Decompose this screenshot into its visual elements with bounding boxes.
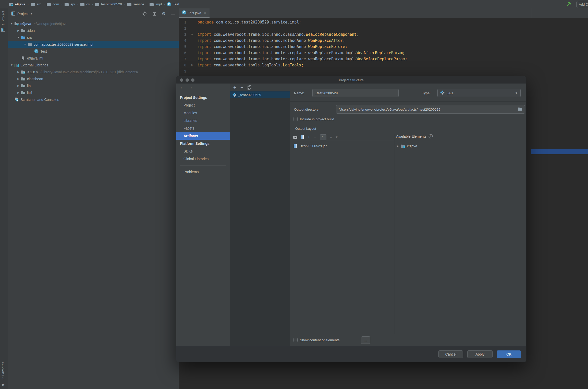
tool-window-icon[interactable]: [1, 28, 5, 33]
breadcrumb-service[interactable]: service: [127, 2, 144, 6]
sort-alphabetically-icon[interactable]: az: [320, 134, 326, 140]
close-window-dot[interactable]: [180, 78, 183, 82]
fold-marker-icon[interactable]: ⊖: [186, 31, 198, 38]
forward-icon[interactable]: →: [189, 85, 193, 89]
include-in-build-checkbox[interactable]: [293, 117, 298, 121]
remove-element-icon[interactable]: −: [314, 135, 317, 139]
tree-item-com-api-cs-test20200529-service-impl[interactable]: ▼com.api.cs.test20200529.service.impl: [8, 41, 179, 48]
type-label: Type:: [422, 91, 431, 95]
tree-item-lib1[interactable]: ▶lib1: [8, 89, 179, 96]
tree-collapsed-icon[interactable]: ▶: [397, 145, 399, 147]
hide-panel-icon[interactable]: —: [171, 12, 175, 16]
dialog-title-bar[interactable]: Project Structure: [176, 76, 526, 84]
tab-test-java[interactable]: C Test.java ×: [179, 8, 210, 18]
breadcrumb-impl[interactable]: impl: [149, 2, 162, 6]
tree-item-idea[interactable]: ▶.idea: [8, 27, 179, 34]
name-input[interactable]: _test20200529: [312, 89, 399, 97]
code-line-2: 2: [179, 25, 588, 31]
breadcrumb-com[interactable]: com: [46, 2, 59, 6]
nav-item-libraries[interactable]: Libraries: [176, 117, 230, 124]
tree-item-e9java[interactable]: ▼e9java~/work/project/e9java: [8, 20, 179, 27]
nav-divider: [180, 165, 226, 166]
jdk-folder-icon: [21, 70, 27, 74]
tree-item-lib[interactable]: ▶lib: [8, 82, 179, 89]
tree-expanded-icon[interactable]: ▼: [9, 64, 14, 66]
breadcrumb-src[interactable]: src: [31, 2, 41, 6]
more-options-button[interactable]: ...: [361, 336, 370, 344]
tree-expanded-icon[interactable]: ▼: [22, 43, 28, 46]
nav-header-project-settings: Project Settings: [176, 94, 230, 101]
nav-item-artifacts[interactable]: Artifacts: [176, 132, 230, 140]
help-icon[interactable]: ?: [428, 134, 433, 138]
output-directory-input[interactable]: /Users/daiyingfeng/work/project/e9java/o…: [336, 105, 525, 114]
tree-collapsed-icon[interactable]: ▶: [16, 29, 21, 32]
collapse-all-icon[interactable]: [152, 11, 157, 16]
create-archive-icon[interactable]: [301, 135, 304, 139]
add-directory-icon[interactable]: [293, 135, 298, 139]
tree-collapsed-icon[interactable]: ▶: [16, 91, 21, 94]
zoom-window-dot[interactable]: [191, 78, 194, 82]
gear-icon[interactable]: ⚙: [162, 12, 166, 16]
nav-item-problems[interactable]: Problems: [176, 168, 230, 176]
tree-collapsed-icon[interactable]: ▶: [16, 77, 21, 80]
minimize-window-dot[interactable]: [186, 78, 189, 82]
background-selection-bar: [531, 149, 588, 154]
folder-icon: [149, 2, 154, 6]
tree-collapsed-icon[interactable]: ▶: [16, 84, 21, 87]
include-in-build-label: Include in project build: [300, 117, 334, 121]
close-icon[interactable]: ×: [204, 11, 206, 15]
breadcrumb-e9java[interactable]: e9java: [9, 2, 25, 6]
cancel-button[interactable]: Cancel: [438, 350, 463, 358]
type-select[interactable]: JAR ▼: [437, 89, 521, 97]
available-item-e9java[interactable]: ▶e9java: [397, 143, 417, 149]
breadcrumb-api[interactable]: api: [64, 2, 75, 6]
show-content-label: Show content of elements: [300, 338, 339, 342]
tree-item-1-8[interactable]: ▶< 1.8 >/Library/Java/JavaVirtualMachine…: [8, 68, 179, 75]
nav-item-facets[interactable]: Facets: [176, 124, 230, 132]
back-icon[interactable]: ←: [180, 85, 184, 89]
tree-item-src[interactable]: ▼src: [8, 34, 179, 41]
move-up-icon[interactable]: ▲: [329, 136, 333, 139]
breadcrumb-cs[interactable]: cs: [80, 2, 90, 6]
svg-text:a: a: [322, 135, 323, 137]
tree-item-test[interactable]: CTest: [8, 48, 179, 55]
nav-item-sdks[interactable]: SDKs: [176, 147, 230, 155]
window-controls: [180, 78, 194, 82]
fold-marker-icon[interactable]: ⊖: [186, 62, 198, 68]
build-hammer-icon[interactable]: [566, 1, 572, 8]
class-icon: C: [182, 10, 186, 15]
folder-icon: [80, 2, 85, 6]
browse-folder-icon[interactable]: [518, 107, 522, 112]
tree-item-external-libraries[interactable]: ▼External Libraries: [8, 62, 179, 68]
copy-artifact-icon[interactable]: [248, 85, 251, 90]
dialog-settings-nav: ← → Project SettingsProjectModulesLibrar…: [176, 84, 230, 346]
star-icon[interactable]: ★: [1, 382, 5, 387]
ok-button[interactable]: OK: [497, 350, 521, 358]
breadcrumb-test[interactable]: CTest: [167, 2, 179, 6]
tree-collapsed-icon[interactable]: ▶: [16, 70, 21, 73]
show-content-checkbox[interactable]: [293, 338, 298, 342]
layout-item-test20200529-jar[interactable]: _test20200529.jar: [293, 143, 327, 149]
add-artifact-icon[interactable]: +: [233, 85, 236, 90]
tree-item-e9java-iml[interactable]: e9java.iml: [8, 55, 179, 62]
add-element-icon[interactable]: +: [308, 135, 310, 139]
nav-item-modules[interactable]: Modules: [176, 109, 230, 117]
tree-item-classbean[interactable]: ▶classbean: [8, 75, 179, 82]
nav-item-project[interactable]: Project: [176, 101, 230, 109]
gutter-spacer: [186, 56, 198, 62]
breadcrumb-test20200529[interactable]: test20200529: [95, 2, 122, 6]
tree-item-scratches-and-consoles[interactable]: Scratches and Consoles: [8, 96, 179, 103]
nav-item-global-libraries[interactable]: Global Libraries: [176, 155, 230, 163]
tree-expanded-icon[interactable]: ▼: [9, 22, 14, 25]
locate-file-icon[interactable]: [142, 11, 147, 16]
project-panel-title[interactable]: Project: [17, 12, 29, 16]
favorites-toolwindow-button[interactable]: 2: Favorites: [1, 362, 5, 380]
move-down-icon[interactable]: ▼: [335, 136, 338, 139]
artifact-list-item-test20200529[interactable]: _test20200529: [230, 91, 290, 98]
tree-expanded-icon[interactable]: ▼: [16, 36, 21, 39]
add-configuration-button[interactable]: Add Configuration...: [576, 1, 588, 8]
project-toolwindow-button[interactable]: 1: Project: [2, 11, 5, 25]
artifact-icon: [440, 90, 445, 96]
remove-artifact-icon[interactable]: −: [240, 85, 243, 90]
apply-button[interactable]: Apply: [467, 350, 493, 358]
